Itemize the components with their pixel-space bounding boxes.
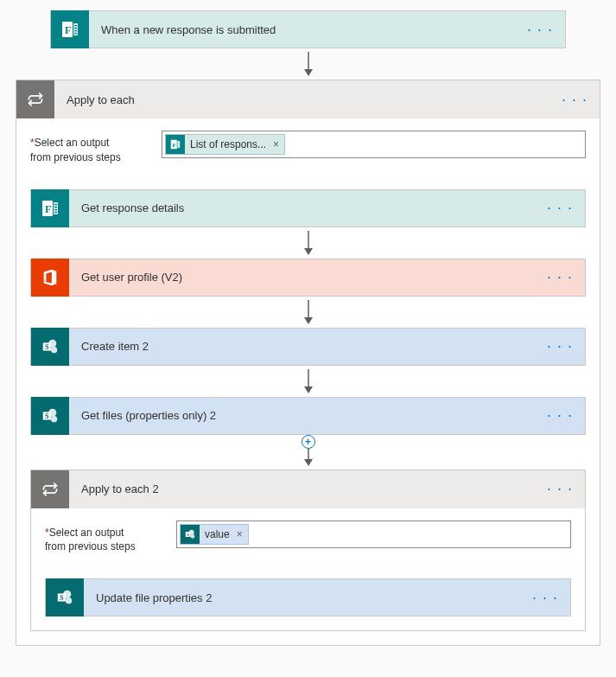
svg-marker-20	[304, 248, 313, 255]
loop2-menu[interactable]: · · ·	[535, 480, 585, 498]
loop2-body: *Select an output from previous steps S …	[31, 508, 585, 631]
token-remove[interactable]: ×	[237, 528, 243, 540]
token-label: List of respons...	[190, 138, 266, 150]
action-create-item-2[interactable]: S Create item 2 · · ·	[30, 328, 586, 366]
svg-point-30	[51, 416, 57, 422]
svg-rect-18	[54, 212, 57, 213]
svg-point-40	[66, 597, 72, 604]
output-selector-row-2: *Select an output from previous steps S …	[45, 521, 571, 555]
svg-rect-5	[74, 30, 77, 31]
forms-icon: F	[166, 135, 185, 154]
svg-marker-22	[304, 317, 313, 324]
svg-rect-3	[74, 25, 77, 26]
svg-rect-10	[177, 141, 180, 148]
token-label: value	[205, 528, 230, 540]
svg-rect-17	[54, 209, 57, 210]
action-update-file-properties-2[interactable]: S Update file properties 2 · · ·	[45, 578, 571, 616]
add-action-button[interactable]: +	[302, 435, 315, 449]
svg-text:F: F	[45, 203, 51, 215]
arrow-connector	[30, 227, 586, 259]
token-remove[interactable]: ×	[273, 138, 279, 150]
action-title: Create item 2	[69, 340, 535, 353]
add-action-connector: +	[30, 435, 586, 469]
loop-icon	[16, 80, 54, 118]
action-menu[interactable]: · · ·	[535, 337, 585, 355]
office-icon	[31, 259, 69, 297]
svg-point-24	[51, 347, 57, 353]
svg-point-36	[191, 534, 195, 539]
svg-text:S: S	[45, 412, 49, 419]
trigger-title: When a new response is submitted	[89, 23, 515, 36]
action-title: Get response details	[69, 201, 535, 214]
sharepoint-icon: S	[46, 578, 84, 616]
action-menu[interactable]: · · ·	[535, 199, 585, 217]
svg-rect-6	[74, 33, 77, 34]
forms-icon: F	[31, 189, 69, 227]
loop1-body: *Select an output from previous steps F …	[16, 118, 600, 645]
trigger-card[interactable]: F When a new response is submitted · · ·	[50, 10, 566, 48]
svg-marker-34	[304, 459, 313, 466]
apply-to-each-header[interactable]: Apply to each · · ·	[16, 80, 600, 118]
svg-rect-16	[54, 207, 57, 208]
action-title: Get files (properties only) 2	[69, 409, 535, 422]
svg-text:F: F	[65, 24, 71, 36]
arrow-connector	[30, 297, 586, 328]
apply-to-each-container: Apply to each · · · *Select an output fr…	[16, 80, 600, 646]
svg-text:S: S	[60, 594, 64, 602]
apply-to-each-2-header[interactable]: Apply to each 2 · · ·	[31, 470, 585, 508]
action-get-user-profile[interactable]: Get user profile (V2) · · ·	[30, 259, 586, 297]
action-title: Update file properties 2	[84, 591, 520, 604]
svg-rect-4	[74, 28, 77, 29]
output-selector-row: *Select an output from previous steps F …	[30, 131, 586, 165]
action-menu[interactable]: · · ·	[535, 268, 585, 286]
sharepoint-icon: S	[31, 397, 69, 435]
sharepoint-icon: S	[181, 525, 200, 544]
svg-text:F: F	[173, 142, 176, 149]
arrow-connector	[30, 366, 586, 397]
svg-rect-15	[54, 204, 57, 205]
svg-marker-8	[304, 69, 313, 76]
output-field[interactable]: F List of respons... ×	[162, 131, 586, 158]
trigger-menu[interactable]: · · ·	[515, 21, 565, 39]
token-list-of-responses[interactable]: F List of respons... ×	[165, 134, 285, 155]
action-get-response-details[interactable]: F Get response details · · ·	[30, 189, 586, 227]
loop-icon	[31, 470, 69, 508]
action-get-files-2[interactable]: S Get files (properties only) 2 · · ·	[30, 397, 586, 435]
sharepoint-icon: S	[31, 328, 69, 366]
action-menu[interactable]: · · ·	[535, 406, 585, 425]
output-label: *Select an output from previous steps	[30, 131, 151, 165]
apply-to-each-2-container: Apply to each 2 · · · *Select an output …	[30, 469, 586, 632]
forms-icon: F	[51, 10, 89, 48]
svg-text:S: S	[45, 342, 49, 350]
loop1-title: Apply to each	[54, 93, 549, 106]
loop1-menu[interactable]: · · ·	[549, 91, 600, 109]
arrow-connector	[16, 48, 600, 80]
output-label-2: *Select an output from previous steps	[45, 521, 166, 555]
loop2-title: Apply to each 2	[69, 482, 535, 495]
token-value[interactable]: S value ×	[180, 524, 249, 545]
action-menu[interactable]: · · ·	[520, 589, 570, 607]
svg-text:S: S	[187, 532, 189, 536]
svg-marker-28	[304, 386, 313, 393]
action-title: Get user profile (V2)	[69, 271, 535, 284]
output-field-2[interactable]: S value ×	[176, 521, 571, 548]
